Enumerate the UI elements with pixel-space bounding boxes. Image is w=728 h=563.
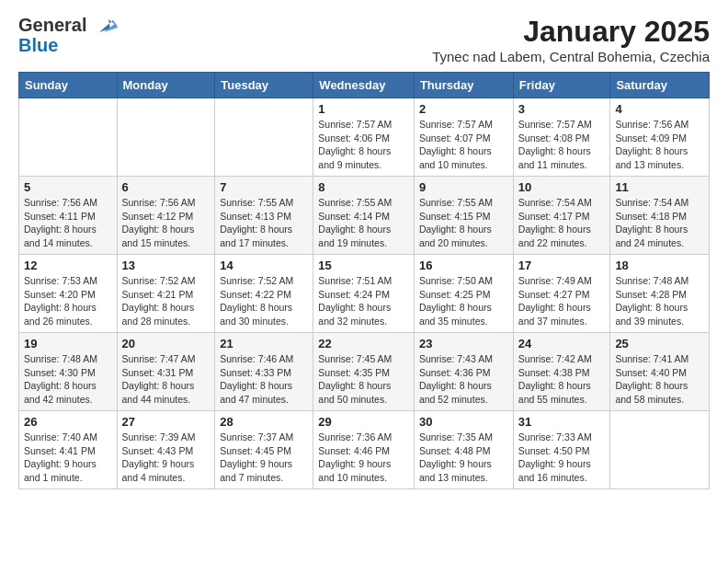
day-cell: 17Sunrise: 7:49 AMSunset: 4:27 PMDayligh… bbox=[513, 255, 610, 333]
day-info: Sunrise: 7:57 AMSunset: 4:08 PMDaylight:… bbox=[518, 118, 606, 172]
logo-blue-text: Blue bbox=[18, 35, 118, 55]
day-cell bbox=[117, 98, 215, 177]
day-info: Sunrise: 7:35 AMSunset: 4:48 PMDaylight:… bbox=[419, 431, 508, 485]
title-area: January 2025 Tynec nad Labem, Central Bo… bbox=[432, 15, 710, 64]
week-row-5: 26Sunrise: 7:40 AMSunset: 4:41 PMDayligh… bbox=[19, 411, 710, 489]
day-number: 25 bbox=[615, 337, 704, 350]
day-info: Sunrise: 7:50 AMSunset: 4:25 PMDaylight:… bbox=[419, 274, 508, 328]
day-number: 13 bbox=[122, 259, 210, 272]
day-cell: 21Sunrise: 7:46 AMSunset: 4:33 PMDayligh… bbox=[215, 333, 313, 411]
day-number: 23 bbox=[419, 337, 508, 350]
day-cell: 13Sunrise: 7:52 AMSunset: 4:21 PMDayligh… bbox=[117, 255, 215, 333]
day-number: 29 bbox=[318, 415, 409, 429]
day-info: Sunrise: 7:41 AMSunset: 4:40 PMDaylight:… bbox=[615, 352, 704, 407]
day-number: 14 bbox=[220, 259, 308, 272]
day-number: 16 bbox=[419, 259, 508, 272]
day-cell bbox=[19, 98, 118, 177]
day-cell: 26Sunrise: 7:40 AMSunset: 4:41 PMDayligh… bbox=[19, 411, 118, 489]
day-info: Sunrise: 7:52 AMSunset: 4:22 PMDaylight:… bbox=[220, 274, 308, 328]
day-number: 24 bbox=[518, 337, 606, 350]
weekday-header-sunday: Sunday bbox=[19, 73, 118, 98]
month-title: January 2025 bbox=[432, 15, 710, 49]
day-info: Sunrise: 7:56 AMSunset: 4:12 PMDaylight:… bbox=[122, 196, 210, 250]
day-info: Sunrise: 7:49 AMSunset: 4:27 PMDaylight:… bbox=[518, 274, 606, 328]
day-cell: 23Sunrise: 7:43 AMSunset: 4:36 PMDayligh… bbox=[414, 333, 513, 411]
location-title: Tynec nad Labem, Central Bohemia, Czechi… bbox=[432, 49, 710, 64]
day-cell: 3Sunrise: 7:57 AMSunset: 4:08 PMDaylight… bbox=[513, 98, 610, 177]
day-number: 22 bbox=[318, 337, 409, 350]
calendar: SundayMondayTuesdayWednesdayThursdayFrid… bbox=[18, 72, 710, 489]
day-cell: 29Sunrise: 7:36 AMSunset: 4:46 PMDayligh… bbox=[313, 411, 415, 489]
logo-general-text: General bbox=[18, 15, 86, 35]
day-cell: 24Sunrise: 7:42 AMSunset: 4:38 PMDayligh… bbox=[513, 333, 610, 411]
day-info: Sunrise: 7:39 AMSunset: 4:43 PMDaylight:… bbox=[122, 431, 210, 485]
day-number: 5 bbox=[24, 180, 112, 194]
weekday-header-saturday: Saturday bbox=[610, 73, 710, 98]
day-number: 27 bbox=[122, 415, 210, 429]
day-cell: 2Sunrise: 7:57 AMSunset: 4:07 PMDaylight… bbox=[414, 98, 513, 177]
day-info: Sunrise: 7:51 AMSunset: 4:24 PMDaylight:… bbox=[318, 274, 409, 328]
day-cell: 4Sunrise: 7:56 AMSunset: 4:09 PMDaylight… bbox=[610, 98, 710, 177]
day-info: Sunrise: 7:56 AMSunset: 4:09 PMDaylight:… bbox=[615, 118, 704, 172]
day-info: Sunrise: 7:48 AMSunset: 4:28 PMDaylight:… bbox=[615, 274, 704, 328]
day-info: Sunrise: 7:55 AMSunset: 4:13 PMDaylight:… bbox=[220, 196, 308, 250]
day-info: Sunrise: 7:43 AMSunset: 4:36 PMDaylight:… bbox=[419, 352, 508, 407]
day-cell: 9Sunrise: 7:55 AMSunset: 4:15 PMDaylight… bbox=[414, 177, 513, 255]
day-cell: 18Sunrise: 7:48 AMSunset: 4:28 PMDayligh… bbox=[610, 255, 710, 333]
day-info: Sunrise: 7:53 AMSunset: 4:20 PMDaylight:… bbox=[24, 274, 112, 328]
day-info: Sunrise: 7:42 AMSunset: 4:38 PMDaylight:… bbox=[518, 352, 606, 407]
header: General Blue January 2025 Tynec nad Labe… bbox=[18, 15, 710, 64]
day-info: Sunrise: 7:40 AMSunset: 4:41 PMDaylight:… bbox=[24, 431, 112, 485]
day-cell: 11Sunrise: 7:54 AMSunset: 4:18 PMDayligh… bbox=[610, 177, 710, 255]
day-info: Sunrise: 7:46 AMSunset: 4:33 PMDaylight:… bbox=[220, 352, 308, 407]
day-number: 1 bbox=[318, 102, 409, 116]
day-info: Sunrise: 7:33 AMSunset: 4:50 PMDaylight:… bbox=[518, 431, 606, 485]
day-number: 31 bbox=[518, 415, 606, 429]
logo: General Blue bbox=[18, 15, 118, 55]
day-cell: 27Sunrise: 7:39 AMSunset: 4:43 PMDayligh… bbox=[117, 411, 215, 489]
day-info: Sunrise: 7:37 AMSunset: 4:45 PMDaylight:… bbox=[220, 431, 308, 485]
day-info: Sunrise: 7:36 AMSunset: 4:46 PMDaylight:… bbox=[318, 431, 409, 485]
day-cell: 22Sunrise: 7:45 AMSunset: 4:35 PMDayligh… bbox=[313, 333, 415, 411]
week-row-2: 5Sunrise: 7:56 AMSunset: 4:11 PMDaylight… bbox=[19, 177, 710, 255]
day-cell: 28Sunrise: 7:37 AMSunset: 4:45 PMDayligh… bbox=[215, 411, 313, 489]
day-info: Sunrise: 7:56 AMSunset: 4:11 PMDaylight:… bbox=[24, 196, 112, 250]
day-cell: 5Sunrise: 7:56 AMSunset: 4:11 PMDaylight… bbox=[19, 177, 118, 255]
day-cell: 8Sunrise: 7:55 AMSunset: 4:14 PMDaylight… bbox=[313, 177, 415, 255]
day-cell: 1Sunrise: 7:57 AMSunset: 4:06 PMDaylight… bbox=[313, 98, 415, 177]
day-number: 19 bbox=[24, 337, 112, 350]
day-cell: 10Sunrise: 7:54 AMSunset: 4:17 PMDayligh… bbox=[513, 177, 610, 255]
day-number: 2 bbox=[419, 102, 508, 116]
day-cell bbox=[610, 411, 710, 489]
day-info: Sunrise: 7:48 AMSunset: 4:30 PMDaylight:… bbox=[24, 352, 112, 407]
day-cell: 19Sunrise: 7:48 AMSunset: 4:30 PMDayligh… bbox=[19, 333, 118, 411]
weekday-header-monday: Monday bbox=[117, 73, 215, 98]
day-cell bbox=[215, 98, 313, 177]
day-info: Sunrise: 7:45 AMSunset: 4:35 PMDaylight:… bbox=[318, 352, 409, 407]
day-cell: 25Sunrise: 7:41 AMSunset: 4:40 PMDayligh… bbox=[610, 333, 710, 411]
day-info: Sunrise: 7:57 AMSunset: 4:07 PMDaylight:… bbox=[419, 118, 508, 172]
day-cell: 14Sunrise: 7:52 AMSunset: 4:22 PMDayligh… bbox=[215, 255, 313, 333]
day-info: Sunrise: 7:57 AMSunset: 4:06 PMDaylight:… bbox=[318, 118, 409, 172]
day-cell: 15Sunrise: 7:51 AMSunset: 4:24 PMDayligh… bbox=[313, 255, 415, 333]
week-row-4: 19Sunrise: 7:48 AMSunset: 4:30 PMDayligh… bbox=[19, 333, 710, 411]
day-info: Sunrise: 7:52 AMSunset: 4:21 PMDaylight:… bbox=[122, 274, 210, 328]
logo-icon bbox=[90, 16, 118, 34]
day-number: 30 bbox=[419, 415, 508, 429]
day-info: Sunrise: 7:47 AMSunset: 4:31 PMDaylight:… bbox=[122, 352, 210, 407]
day-number: 20 bbox=[122, 337, 210, 350]
day-number: 9 bbox=[419, 180, 508, 194]
day-number: 7 bbox=[220, 180, 308, 194]
weekday-header-wednesday: Wednesday bbox=[313, 73, 415, 98]
day-number: 28 bbox=[220, 415, 308, 429]
day-info: Sunrise: 7:54 AMSunset: 4:18 PMDaylight:… bbox=[615, 196, 704, 250]
weekday-header-friday: Friday bbox=[513, 73, 610, 98]
day-cell: 12Sunrise: 7:53 AMSunset: 4:20 PMDayligh… bbox=[19, 255, 118, 333]
day-number: 17 bbox=[518, 259, 606, 272]
day-number: 4 bbox=[615, 102, 704, 116]
weekday-header-row: SundayMondayTuesdayWednesdayThursdayFrid… bbox=[19, 73, 710, 98]
week-row-3: 12Sunrise: 7:53 AMSunset: 4:20 PMDayligh… bbox=[19, 255, 710, 333]
day-info: Sunrise: 7:55 AMSunset: 4:15 PMDaylight:… bbox=[419, 196, 508, 250]
day-cell: 31Sunrise: 7:33 AMSunset: 4:50 PMDayligh… bbox=[513, 411, 610, 489]
day-number: 10 bbox=[518, 180, 606, 194]
